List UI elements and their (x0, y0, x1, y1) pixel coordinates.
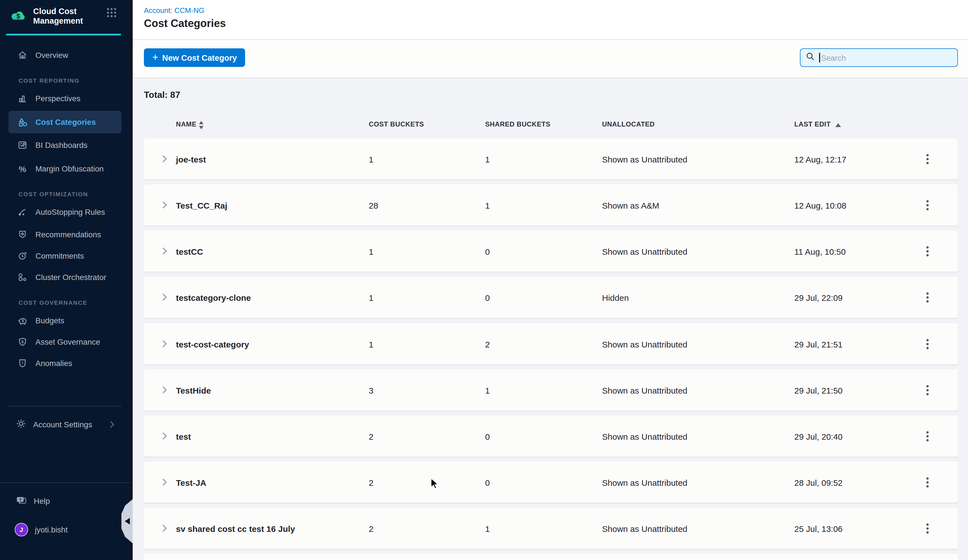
sidebar-user-profile[interactable]: J jyoti.bisht (0, 520, 130, 540)
shared-buckets-value: 0 (485, 277, 490, 318)
shared-buckets-value: 2 (485, 323, 490, 365)
shield-dollar-icon: $ (17, 337, 28, 347)
table-row-partial[interactable] (144, 554, 958, 560)
sidebar-item-help[interactable]: ? Help (0, 491, 130, 511)
column-header-cost-buckets[interactable]: COST BUCKETS (369, 120, 424, 128)
kebab-menu-icon[interactable] (922, 475, 933, 490)
last-edit-value: 12 Aug, 10:08 (794, 184, 846, 226)
page-header: Account: CCM-NG Cost Categories (133, 0, 968, 40)
clock-refresh-icon (17, 251, 28, 261)
chevron-right-icon (108, 421, 114, 428)
table-row[interactable]: sv shared cost cc test 16 July 2 1 Shown… (144, 508, 958, 549)
kebab-menu-icon[interactable] (922, 429, 933, 444)
table-row[interactable]: testCC 1 0 Shown as Unattributed 11 Aug,… (144, 230, 958, 272)
sidebar-item-label: Budgets (35, 316, 65, 325)
kebab-menu-icon[interactable] (922, 244, 933, 258)
product-logo[interactable]: $ Cloud Cost Management (10, 7, 122, 27)
expand-chevron-icon[interactable] (160, 432, 167, 439)
sidebar-item-budgets[interactable]: $ Budgets (0, 310, 130, 331)
section-label-cost-governance: COST GOVERNANCE (0, 298, 130, 307)
unallocated-value: Shown as Unattributed (602, 462, 688, 503)
cost-buckets-value: 1 (369, 323, 373, 365)
cost-category-name: Test_CC_Raj (176, 184, 227, 226)
expand-chevron-icon[interactable] (160, 340, 167, 347)
cost-buckets-value: 1 (369, 138, 373, 180)
kebab-menu-icon[interactable] (922, 337, 933, 351)
expand-chevron-icon[interactable] (160, 525, 167, 532)
sidebar-item-perspectives[interactable]: Perspectives (0, 88, 130, 109)
sidebar-item-overview[interactable]: Overview (0, 45, 130, 65)
shapes-icon (17, 117, 28, 128)
expand-chevron-icon[interactable] (160, 386, 167, 393)
svg-text:$: $ (17, 13, 20, 20)
piggy-bank-icon: $ (17, 315, 28, 326)
column-header-name[interactable]: NAME (176, 120, 196, 128)
svg-text:?: ? (19, 497, 22, 502)
expand-chevron-icon[interactable] (160, 201, 167, 208)
percent-icon: % (17, 164, 28, 173)
unallocated-value: Shown as Unattributed (602, 416, 688, 457)
expand-chevron-icon[interactable] (160, 479, 167, 485)
sidebar: $ Cloud Cost Management Overview COST RE… (0, 0, 130, 560)
kebab-menu-icon[interactable] (922, 198, 933, 212)
last-edit-value: 28 Jul, 09:52 (794, 462, 843, 503)
breadcrumb[interactable]: Account: CCM-NG (144, 6, 204, 15)
sidebar-item-asset-governance[interactable]: $ Asset Governance (0, 332, 130, 352)
help-chat-icon: ? (16, 495, 27, 507)
table-row[interactable]: test 2 0 Shown as Unattributed 29 Jul, 2… (144, 416, 958, 457)
search-box[interactable] (800, 48, 958, 67)
unallocated-value: Shown as Unattributed (602, 323, 688, 365)
app-window: $ Cloud Cost Management Overview COST RE… (0, 0, 968, 560)
column-header-unallocated[interactable]: UNALLOCATED (602, 120, 655, 128)
shield-alert-icon: ! (17, 358, 28, 368)
search-input[interactable] (820, 53, 957, 63)
sidebar-item-cluster-orchestrator[interactable]: Cluster Orchestrator (0, 267, 130, 287)
hexagons-gear-icon (17, 272, 28, 282)
user-name: jyoti.bisht (35, 525, 68, 534)
shared-buckets-value: 0 (485, 230, 490, 272)
sidebar-item-account-settings[interactable]: Account Settings (0, 414, 130, 435)
sidebar-item-bi-dashboards[interactable]: BI Dashboards (0, 135, 130, 155)
sidebar-item-recommendations[interactable]: Recommendations (0, 224, 130, 245)
table-row[interactable]: testcategory-clone 1 0 Hidden 29 Jul, 22… (144, 277, 958, 318)
expand-chevron-icon[interactable] (160, 247, 167, 254)
sidebar-item-cost-categories[interactable]: Cost Categories (8, 111, 121, 133)
sidebar-item-commitments[interactable]: Commitments (0, 246, 130, 266)
kebab-menu-icon[interactable] (922, 521, 933, 536)
sidebar-item-autostopping-rules[interactable]: AutoStopping Rules (0, 202, 130, 222)
sidebar-item-label: BI Dashboards (35, 141, 88, 149)
sort-icon[interactable] (199, 121, 204, 129)
last-edit-value: 11 Aug, 10:50 (794, 230, 846, 272)
shared-buckets-value: 1 (485, 508, 490, 549)
column-header-last-edit[interactable]: LAST EDIT (794, 120, 830, 128)
table-row[interactable]: test-cost-category 1 2 Shown as Unattrib… (144, 323, 958, 365)
kebab-menu-icon[interactable] (922, 152, 933, 166)
sidebar-item-label: Cost Categories (35, 118, 96, 126)
module-grid-icon[interactable] (106, 7, 118, 21)
avatar: J (15, 523, 28, 537)
cost-buckets-value: 1 (369, 230, 373, 272)
table-row[interactable]: Test-JA 2 0 Shown as Unattributed 28 Jul… (144, 462, 958, 503)
new-cost-category-button[interactable]: + New Cost Category (144, 48, 245, 67)
sidebar-item-margin-obfuscation[interactable]: % Margin Obfuscation (0, 159, 130, 179)
last-edit-value: 25 Jul, 13:06 (794, 508, 843, 549)
expand-chevron-icon[interactable] (160, 293, 167, 300)
cost-category-name: joe-test (176, 138, 206, 180)
sidebar-item-label: Cluster Orchestrator (35, 273, 106, 282)
cost-category-name: test-cost-category (176, 323, 249, 365)
kebab-menu-icon[interactable] (922, 290, 933, 305)
main-content: Account: CCM-NG Cost Categories + New Co… (133, 0, 968, 560)
sidebar-item-anomalies[interactable]: ! Anomalies (0, 353, 130, 373)
sort-ascending-icon[interactable] (835, 123, 841, 127)
table-row[interactable]: Test_CC_Raj 28 1 Shown as A&M 12 Aug, 10… (144, 184, 958, 226)
expand-chevron-icon[interactable] (160, 155, 167, 162)
column-header-shared-buckets[interactable]: SHARED BUCKETS (485, 120, 550, 128)
last-edit-value: 29 Jul, 21:51 (794, 323, 843, 365)
svg-text:$: $ (22, 318, 23, 323)
table-row[interactable]: joe-test 1 1 Shown as Unattributed 12 Au… (144, 138, 958, 180)
last-edit-value: 12 Aug, 12:17 (794, 138, 846, 180)
table-row[interactable]: TestHide 3 1 Shown as Unattributed 29 Ju… (144, 369, 958, 411)
ccm-cloud-dollar-logo-icon: $ (10, 7, 28, 27)
kebab-menu-icon[interactable] (922, 383, 933, 398)
svg-text:!: ! (22, 360, 23, 365)
